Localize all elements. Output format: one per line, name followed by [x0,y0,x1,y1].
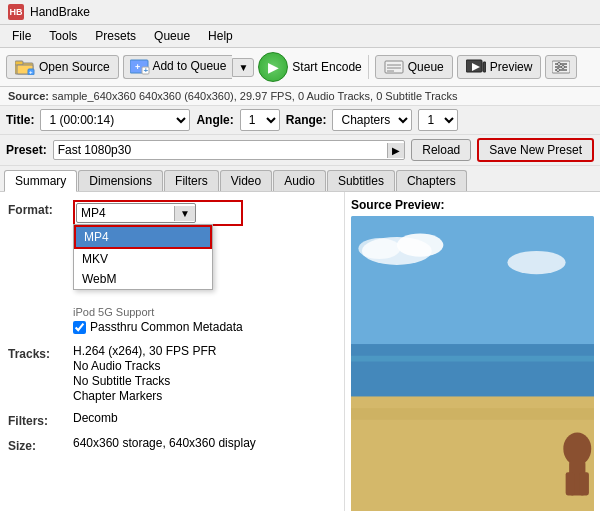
source-bar: Source: sample_640x360 640x360 (640x360)… [0,87,600,106]
range-num-select[interactable]: 1 [418,109,458,131]
app-icon: HB [8,4,24,20]
open-source-button[interactable]: + Open Source [6,55,119,79]
queue-button[interactable]: Queue [375,55,453,79]
preview-icon [466,59,486,75]
open-source-label: Open Source [39,60,110,74]
preset-input-wrap: ▶ [53,140,406,160]
source-details: 640x360 (640x360), 29.97 FPS, 0 Audio Tr… [139,90,458,102]
right-panel: Source Preview: [345,192,600,511]
filters-label: Filters: [8,411,73,428]
title-select[interactable]: 1 (00:00:14) [40,109,190,131]
title-label: Title: [6,113,34,127]
app-title: HandBrake [30,5,90,19]
tab-subtitles[interactable]: Subtitles [327,170,395,191]
size-value: 640x360 storage, 640x360 display [73,436,256,450]
passthru-label: Passthru Common Metadata [90,320,243,334]
tracks-value-3: Chapter Markers [73,389,216,403]
preset-row: Preset: ▶ Reload Save New Preset [0,135,600,166]
passthru-checkbox[interactable] [73,321,86,334]
ipod-option: iPod 5G Support [73,306,243,318]
menu-bar: File Tools Presets Queue Help [0,25,600,48]
toolbar-divider [368,55,369,79]
svg-rect-29 [351,356,594,362]
svg-point-21 [562,66,565,69]
range-select[interactable]: Chapters [332,109,412,131]
svg-point-26 [358,238,400,259]
tab-filters[interactable]: Filters [164,170,219,191]
format-dropdown: MP4 MKV WebM [73,224,213,290]
svg-rect-15 [483,62,486,72]
format-options: iPod 5G Support Passthru Common Metadata [73,306,243,336]
beach-svg [351,216,594,511]
filters-row: Filters: Decomb [8,411,336,428]
preview-button[interactable]: Preview [457,55,542,79]
save-preset-button[interactable]: Save New Preset [477,138,594,162]
settings-button[interactable] [545,55,577,79]
tab-audio[interactable]: Audio [273,170,326,191]
svg-rect-31 [351,408,594,420]
start-encode-label: Start Encode [292,60,361,74]
svg-point-20 [558,63,561,66]
menu-presets[interactable]: Presets [87,27,144,45]
reload-button[interactable]: Reload [411,139,471,161]
svg-rect-1 [15,61,23,65]
format-row: Format: MP4 ▼ MP4 MKV WebM iPod 5G Suppo… [8,200,336,336]
tracks-row: Tracks: H.264 (x264), 30 FPS PFR No Audi… [8,344,336,403]
source-label: Source: [8,90,49,102]
add-to-queue-button[interactable]: + + Add to Queue ▼ [123,55,255,79]
format-control: MP4 ▼ MP4 MKV WebM iPod 5G Support Passt… [73,200,243,336]
size-row: Size: 640x360 storage, 640x360 display [8,436,336,453]
preset-dropdown-btn[interactable]: ▶ [387,143,404,158]
format-label: Format: [8,200,73,217]
svg-rect-35 [580,472,589,495]
menu-tools[interactable]: Tools [41,27,85,45]
svg-text:+: + [135,62,140,72]
format-selected-value: MP4 [77,204,174,222]
preview-image: Preview 2 [351,216,594,511]
add-queue-label: Add to Queue [152,59,226,73]
svg-rect-23 [351,216,594,356]
left-panel: Format: MP4 ▼ MP4 MKV WebM iPod 5G Suppo… [0,192,345,511]
queue-icon [384,59,404,75]
angle-label: Angle: [196,113,233,127]
svg-point-25 [397,233,444,256]
toolbar: + Open Source + + Add to Queue ▼ ▶ Start… [0,48,600,87]
tab-summary[interactable]: Summary [4,170,77,192]
add-queue-dropdown-btn[interactable]: ▼ [232,58,254,77]
range-label: Range: [286,113,327,127]
dropdown-item-mp4[interactable]: MP4 [74,225,212,249]
dropdown-item-mkv[interactable]: MKV [74,249,212,269]
menu-queue[interactable]: Queue [146,27,198,45]
play-icon: ▶ [268,59,279,75]
svg-point-32 [563,433,591,466]
preset-input[interactable] [54,141,388,159]
format-dropdown-btn[interactable]: ▼ [174,206,195,221]
tab-dimensions[interactable]: Dimensions [78,170,163,191]
add-queue-icon: + + [130,59,150,75]
tracks-label: Tracks: [8,344,73,361]
tab-video[interactable]: Video [220,170,272,191]
passthru-row: Passthru Common Metadata [73,318,243,336]
preset-label: Preset: [6,143,47,157]
start-encode-button[interactable]: ▶ [258,52,288,82]
add-queue-main-btn[interactable]: + + Add to Queue [123,55,233,79]
angle-select[interactable]: 1 [240,109,280,131]
folder-open-icon: + [15,59,35,75]
format-highlight: MP4 ▼ [73,200,243,226]
menu-help[interactable]: Help [200,27,241,45]
title-row: Title: 1 (00:00:14) Angle: 1 Range: Chap… [0,106,600,135]
queue-label: Queue [408,60,444,74]
preview-label: Preview [490,60,533,74]
tabs-bar: Summary Dimensions Filters Video Audio S… [0,166,600,192]
dropdown-item-webm[interactable]: WebM [74,269,212,289]
tracks-value-1: No Audio Tracks [73,359,216,373]
svg-text:+: + [29,69,33,75]
menu-file[interactable]: File [4,27,39,45]
svg-text:+: + [143,66,148,75]
tracks-value-2: No Subtitle Tracks [73,374,216,388]
content-area: Format: MP4 ▼ MP4 MKV WebM iPod 5G Suppo… [0,192,600,511]
tab-chapters[interactable]: Chapters [396,170,467,191]
source-filename: sample_640x360 [52,90,136,102]
svg-point-27 [507,251,565,274]
svg-rect-34 [566,472,575,495]
